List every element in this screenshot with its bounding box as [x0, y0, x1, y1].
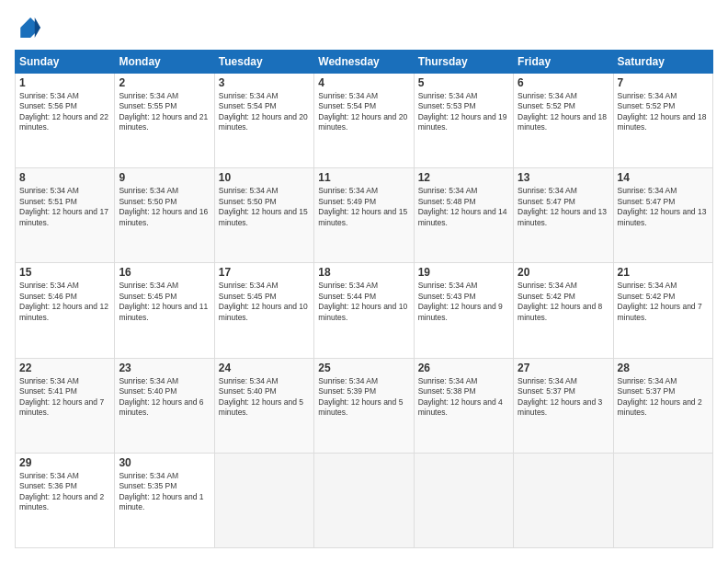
calendar-cell [613, 453, 712, 547]
day-number: 26 [418, 362, 509, 374]
calendar-cell: 6Sunrise: 5:34 AMSunset: 5:52 PMDaylight… [514, 74, 613, 168]
day-number: 5 [418, 76, 509, 89]
cell-info: Sunrise: 5:34 AMSunset: 5:37 PMDaylight:… [618, 376, 702, 417]
day-number: 24 [219, 362, 310, 374]
cell-info: Sunrise: 5:34 AMSunset: 5:51 PMDaylight:… [19, 186, 108, 226]
calendar-cell: 29Sunrise: 5:34 AMSunset: 5:36 PMDayligh… [16, 453, 115, 547]
calendar-cell: 12Sunrise: 5:34 AMSunset: 5:48 PMDayligh… [414, 168, 513, 263]
day-number: 9 [119, 171, 210, 184]
calendar-cell: 3Sunrise: 5:34 AMSunset: 5:54 PMDaylight… [214, 74, 313, 168]
calendar-cell: 2Sunrise: 5:34 AMSunset: 5:55 PMDaylight… [115, 74, 214, 168]
day-number: 28 [618, 362, 709, 374]
cell-info: Sunrise: 5:34 AMSunset: 5:50 PMDaylight:… [119, 186, 208, 226]
calendar-cell [214, 453, 313, 547]
cell-info: Sunrise: 5:34 AMSunset: 5:46 PMDaylight:… [19, 281, 108, 321]
day-number: 30 [119, 456, 210, 469]
day-number: 27 [518, 362, 609, 374]
calendar-cell: 28Sunrise: 5:34 AMSunset: 5:37 PMDayligh… [613, 358, 712, 453]
header [15, 15, 713, 40]
svg-marker-1 [35, 17, 40, 38]
calendar-cell: 10Sunrise: 5:34 AMSunset: 5:50 PMDayligh… [214, 168, 313, 263]
calendar-page: SundayMondayTuesdayWednesdayThursdayFrid… [0, 0, 728, 563]
calendar-cell: 30Sunrise: 5:34 AMSunset: 5:35 PMDayligh… [115, 453, 214, 547]
calendar-cell [514, 453, 613, 547]
day-number: 6 [518, 76, 609, 89]
cell-info: Sunrise: 5:34 AMSunset: 5:39 PMDaylight:… [318, 376, 403, 417]
calendar-cell: 16Sunrise: 5:34 AMSunset: 5:45 PMDayligh… [115, 263, 214, 358]
calendar-cell: 9Sunrise: 5:34 AMSunset: 5:50 PMDaylight… [115, 168, 214, 263]
cell-info: Sunrise: 5:34 AMSunset: 5:54 PMDaylight:… [219, 91, 308, 132]
calendar-week-5: 29Sunrise: 5:34 AMSunset: 5:36 PMDayligh… [16, 453, 713, 547]
cell-info: Sunrise: 5:34 AMSunset: 5:43 PMDaylight:… [418, 281, 503, 321]
calendar-cell: 23Sunrise: 5:34 AMSunset: 5:40 PMDayligh… [115, 358, 214, 453]
calendar-cell: 11Sunrise: 5:34 AMSunset: 5:49 PMDayligh… [314, 168, 414, 263]
day-number: 14 [618, 171, 709, 184]
cell-info: Sunrise: 5:34 AMSunset: 5:37 PMDaylight:… [518, 376, 602, 417]
cell-info: Sunrise: 5:34 AMSunset: 5:53 PMDaylight:… [418, 91, 507, 132]
calendar-cell: 19Sunrise: 5:34 AMSunset: 5:43 PMDayligh… [414, 263, 513, 358]
weekday-header-row: SundayMondayTuesdayWednesdayThursdayFrid… [16, 51, 713, 74]
calendar-week-3: 15Sunrise: 5:34 AMSunset: 5:46 PMDayligh… [16, 263, 713, 358]
day-number: 12 [418, 171, 509, 184]
day-number: 17 [219, 266, 310, 279]
calendar-cell: 4Sunrise: 5:34 AMSunset: 5:54 PMDaylight… [314, 74, 414, 168]
day-number: 15 [19, 266, 110, 279]
calendar-cell: 26Sunrise: 5:34 AMSunset: 5:38 PMDayligh… [414, 358, 513, 453]
calendar-cell [314, 453, 414, 547]
logo-icon [15, 15, 40, 40]
day-number: 18 [318, 266, 409, 279]
day-number: 2 [119, 76, 210, 89]
cell-info: Sunrise: 5:34 AMSunset: 5:36 PMDaylight:… [19, 471, 104, 511]
calendar-cell: 24Sunrise: 5:34 AMSunset: 5:40 PMDayligh… [214, 358, 313, 453]
cell-info: Sunrise: 5:34 AMSunset: 5:44 PMDaylight:… [318, 281, 407, 321]
day-number: 29 [19, 456, 110, 469]
day-number: 22 [19, 362, 110, 374]
calendar-cell: 7Sunrise: 5:34 AMSunset: 5:52 PMDaylight… [613, 74, 712, 168]
weekday-header-tuesday: Tuesday [214, 51, 313, 74]
day-number: 4 [318, 76, 409, 89]
calendar-table: SundayMondayTuesdayWednesdayThursdayFrid… [15, 50, 713, 548]
calendar-cell: 14Sunrise: 5:34 AMSunset: 5:47 PMDayligh… [613, 168, 712, 263]
calendar-week-2: 8Sunrise: 5:34 AMSunset: 5:51 PMDaylight… [16, 168, 713, 263]
day-number: 21 [618, 266, 709, 279]
weekday-header-sunday: Sunday [16, 51, 115, 74]
day-number: 20 [518, 266, 609, 279]
day-number: 3 [219, 76, 310, 89]
calendar-cell: 15Sunrise: 5:34 AMSunset: 5:46 PMDayligh… [16, 263, 115, 358]
day-number: 1 [19, 76, 110, 89]
calendar-cell: 27Sunrise: 5:34 AMSunset: 5:37 PMDayligh… [514, 358, 613, 453]
cell-info: Sunrise: 5:34 AMSunset: 5:50 PMDaylight:… [219, 186, 308, 226]
weekday-header-thursday: Thursday [414, 51, 513, 74]
cell-info: Sunrise: 5:34 AMSunset: 5:35 PMDaylight:… [119, 471, 203, 511]
cell-info: Sunrise: 5:34 AMSunset: 5:40 PMDaylight:… [119, 376, 203, 417]
cell-info: Sunrise: 5:34 AMSunset: 5:56 PMDaylight:… [19, 91, 108, 132]
cell-info: Sunrise: 5:34 AMSunset: 5:47 PMDaylight:… [518, 186, 607, 226]
cell-info: Sunrise: 5:34 AMSunset: 5:48 PMDaylight:… [418, 186, 507, 226]
day-number: 19 [418, 266, 509, 279]
calendar-cell: 18Sunrise: 5:34 AMSunset: 5:44 PMDayligh… [314, 263, 414, 358]
logo [15, 15, 44, 40]
cell-info: Sunrise: 5:34 AMSunset: 5:52 PMDaylight:… [618, 91, 707, 132]
day-number: 7 [618, 76, 709, 89]
cell-info: Sunrise: 5:34 AMSunset: 5:55 PMDaylight:… [119, 91, 208, 132]
day-number: 23 [119, 362, 210, 374]
cell-info: Sunrise: 5:34 AMSunset: 5:54 PMDaylight:… [318, 91, 407, 132]
calendar-cell: 1Sunrise: 5:34 AMSunset: 5:56 PMDaylight… [16, 74, 115, 168]
cell-info: Sunrise: 5:34 AMSunset: 5:40 PMDaylight:… [219, 376, 303, 417]
cell-info: Sunrise: 5:34 AMSunset: 5:42 PMDaylight:… [618, 281, 702, 321]
day-number: 10 [219, 171, 310, 184]
weekday-header-friday: Friday [514, 51, 613, 74]
cell-info: Sunrise: 5:34 AMSunset: 5:47 PMDaylight:… [618, 186, 707, 226]
weekday-header-saturday: Saturday [613, 51, 712, 74]
weekday-header-wednesday: Wednesday [314, 51, 414, 74]
calendar-week-4: 22Sunrise: 5:34 AMSunset: 5:41 PMDayligh… [16, 358, 713, 453]
day-number: 25 [318, 362, 409, 374]
calendar-cell: 8Sunrise: 5:34 AMSunset: 5:51 PMDaylight… [16, 168, 115, 263]
calendar-cell [414, 453, 513, 547]
calendar-cell: 13Sunrise: 5:34 AMSunset: 5:47 PMDayligh… [514, 168, 613, 263]
cell-info: Sunrise: 5:34 AMSunset: 5:38 PMDaylight:… [418, 376, 503, 417]
calendar-week-1: 1Sunrise: 5:34 AMSunset: 5:56 PMDaylight… [16, 74, 713, 168]
cell-info: Sunrise: 5:34 AMSunset: 5:49 PMDaylight:… [318, 186, 407, 226]
cell-info: Sunrise: 5:34 AMSunset: 5:41 PMDaylight:… [19, 376, 104, 417]
weekday-header-monday: Monday [115, 51, 214, 74]
